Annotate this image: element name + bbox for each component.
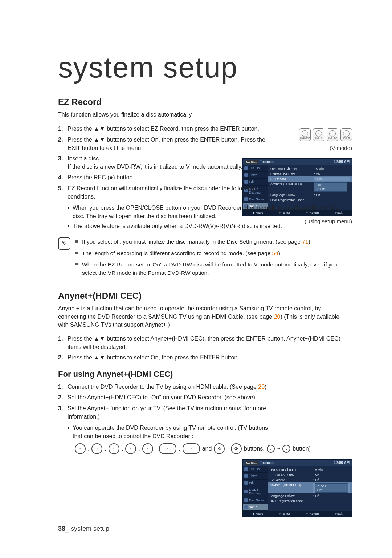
remote-buttons-row: ◦, ◦, ◦, ◦, ◦, ◦, ◦ and ⟲, ⟳ buttons, 0~… <box>58 443 352 454</box>
anynet-intro: Anynet+ is a function that can be used t… <box>58 305 348 329</box>
remote-button-icon: ◦ <box>91 443 102 454</box>
osd-clock: 12:00 AM <box>334 461 350 465</box>
remote-button-icon: ◦ <box>125 443 136 454</box>
bullet: The above feature is available only when… <box>58 222 352 230</box>
anynet-steps: Press the ▲▼ buttons to select Anynet+(H… <box>58 334 352 362</box>
using-anynet-steps: Connect the DVD Recorder to the TV by us… <box>58 383 352 421</box>
step: Press the ▲▼ buttons to select EZ Record… <box>58 125 271 133</box>
page-footer-label: _ system setup <box>65 525 109 532</box>
step: Press the ▲▼ buttons to select On, then … <box>58 353 351 362</box>
remote-button-icon: 9 <box>282 445 290 453</box>
osd-menu-item: Edit <box>243 480 268 486</box>
step: Set the Anynet+ function on your TV. (Se… <box>58 404 271 421</box>
step: EZ Record function will automatically fi… <box>58 184 271 201</box>
step: Connect the DVD Recorder to the TV by us… <box>58 383 271 391</box>
osd-menu-item: Title List <box>243 466 268 473</box>
step: Press the ▲▼ buttons to select On, then … <box>58 135 271 152</box>
bullet: You can operate the DVD Recorder by usin… <box>58 424 269 440</box>
page-title: system setup <box>58 51 352 86</box>
osd-menu-item: DV/DB Dubbing <box>243 486 268 497</box>
page-number: 38 <box>58 525 65 532</box>
step: Set the Anynet+(HDMI CEC) to "On" on you… <box>58 393 271 402</box>
remote-tail: and <box>202 445 212 452</box>
remote-button-icon: ◦ <box>109 443 119 454</box>
step: Press the ▲▼ buttons to select Anynet+(H… <box>58 334 351 351</box>
remote-button-icon: ⟲ <box>214 443 225 454</box>
osd-menu-item: Setup <box>243 504 268 511</box>
ez-record-heading: EZ Record <box>58 97 352 107</box>
step: Press the REC (●) button. <box>58 173 271 182</box>
osd-menu-item: Disc Setting <box>243 497 268 504</box>
page-footer: 38_ system setup <box>58 525 109 533</box>
manual-page: system setup EZ Record This function all… <box>0 0 392 558</box>
osd-clock: 12:00 AM <box>334 160 350 164</box>
note-icon: ✎ <box>58 237 70 250</box>
disc-badge: -DVD-RW <box>327 128 338 141</box>
ez-record-intro: This function allows you finalize a disc… <box>58 111 261 119</box>
remote-button-icon: ⟳ <box>231 443 242 454</box>
using-anynet-heading: For using Anynet+(HDMI CEC) <box>58 370 352 379</box>
note-item: When the EZ Record set to 'On', a DVD-RW… <box>75 260 352 277</box>
disc-badge: -DVD-R <box>340 128 352 141</box>
remote-button-icon: ◦ <box>142 443 153 454</box>
disc-type-badges: +DVD+RW +DVD+R -DVD-RW -DVD-R (V-mode) <box>299 128 352 151</box>
remote-tail: buttons, <box>244 445 265 452</box>
disc-badge: +DVD+RW <box>299 128 311 141</box>
osd-screenshot-2: No DiscFeatures 12:00 AM Title List Time… <box>242 459 352 517</box>
remote-tail: button) <box>293 445 311 452</box>
note-item: If you select off, you must finalize the… <box>75 237 352 246</box>
remote-button-icon: 0 <box>267 445 275 453</box>
remote-button-icon: ◦ <box>183 443 200 454</box>
note-item: The length of Recording is different acc… <box>75 249 352 257</box>
remote-button-icon: ◦ <box>75 443 86 454</box>
ez-record-bullets: When you press the OPEN/CLOSE button on … <box>58 204 352 231</box>
anynet-heading: Anynet+(HDMI CEC) <box>58 291 352 301</box>
disc-badge: +DVD+R <box>313 128 324 141</box>
remote-button-icon: ◦ <box>159 443 176 454</box>
step: Insert a disc. If the disc is a new DVD-… <box>58 154 271 171</box>
osd-menu-item: Timer <box>243 473 268 480</box>
vmode-label: (V-mode) <box>330 145 352 151</box>
note-block: ✎ If you select off, you must finalize t… <box>58 237 352 280</box>
using-anynet-bullet: You can operate the DVD Recorder by usin… <box>58 424 352 440</box>
bullet: When you press the OPEN/CLOSE button on … <box>58 204 348 220</box>
